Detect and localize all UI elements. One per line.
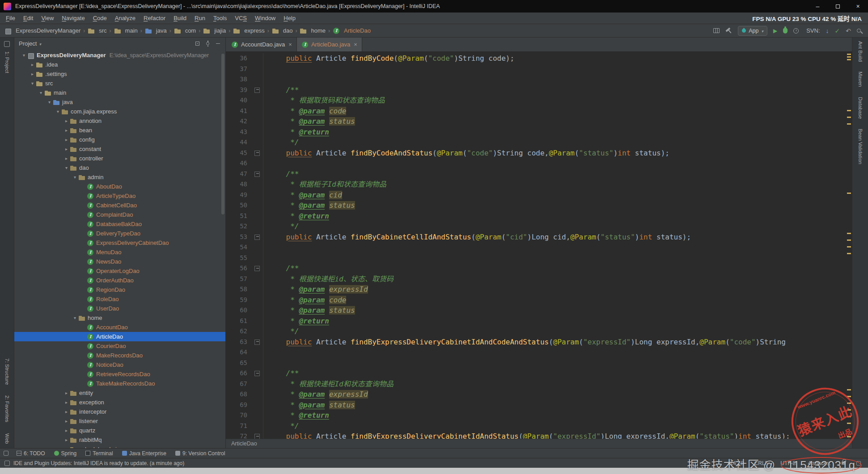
tree-arrow-icon[interactable] bbox=[63, 409, 70, 414]
vcs-revert-button[interactable] bbox=[846, 27, 851, 34]
tree-item-java[interactable]: java bbox=[14, 97, 225, 107]
tree-item-admin[interactable]: admin bbox=[14, 172, 225, 182]
tree-item-accountdao[interactable]: AccountDao bbox=[14, 323, 225, 332]
tree-item-aboutdao[interactable]: AboutDao bbox=[14, 182, 225, 191]
tree-arrow-icon[interactable] bbox=[63, 390, 70, 395]
tree-item-cabinetcelldao[interactable]: CabinetCellDao bbox=[14, 201, 225, 210]
breadcrumb-item-expressdeliverymanager[interactable]: ExpressDeliveryManager bbox=[4, 27, 80, 34]
tree-arrow-icon[interactable] bbox=[29, 71, 36, 76]
menu-run[interactable]: Run bbox=[191, 15, 209, 21]
tree-arrow-icon[interactable] bbox=[29, 81, 36, 86]
tree-item-config[interactable]: config bbox=[14, 135, 225, 144]
tab-articledao-java[interactable]: ArticleDao.java bbox=[297, 38, 362, 51]
debug-button[interactable] bbox=[783, 28, 788, 34]
tree-item-settings[interactable]: .settings bbox=[14, 69, 225, 79]
tree-item-operaterlogdao[interactable]: OperaterLogDao bbox=[14, 266, 225, 276]
chevron-down-icon[interactable] bbox=[39, 40, 41, 47]
status-message[interactable]: IDE and Plugin Updates: IntelliJ IDEA is… bbox=[13, 460, 184, 466]
tree-item-idea[interactable]: .idea bbox=[14, 60, 225, 69]
tree-item-home[interactable]: home bbox=[14, 313, 225, 323]
tree-item-interceptor[interactable]: interceptor bbox=[14, 407, 225, 416]
project-panel-title[interactable]: Project bbox=[19, 40, 37, 47]
tree-item-databasebakdao[interactable]: DatabaseBakDao bbox=[14, 219, 225, 229]
tree-arrow-icon[interactable] bbox=[63, 118, 70, 123]
tree-item-courierdao[interactable]: CourierDao bbox=[14, 341, 225, 351]
tool-stripe-web[interactable]: Web bbox=[4, 433, 10, 444]
breadcrumb-item-java[interactable]: java bbox=[145, 27, 167, 34]
close-icon[interactable] bbox=[288, 41, 292, 48]
tree-item-orderauthdao[interactable]: OrderAuthDao bbox=[14, 276, 225, 285]
statusbar-window-icon[interactable] bbox=[4, 461, 10, 466]
tree-item-com-jiajia-express[interactable]: com.jiajia.express bbox=[14, 107, 225, 116]
tree-arrow-icon[interactable] bbox=[63, 147, 70, 151]
quick-access-icon[interactable] bbox=[4, 451, 8, 456]
tree-arrow-icon[interactable] bbox=[55, 109, 61, 114]
tree-arrow-icon[interactable] bbox=[63, 165, 70, 170]
tree-item-rabbitmq[interactable]: rabbitMq bbox=[14, 435, 225, 445]
tree-item-entity[interactable]: entity bbox=[14, 388, 225, 398]
tree-item-articledao[interactable]: ArticleDao bbox=[14, 332, 225, 341]
tool-tab-6-todo[interactable]: 6: TODO bbox=[12, 449, 50, 458]
tool-window-icon[interactable] bbox=[4, 41, 10, 47]
close-icon[interactable] bbox=[353, 41, 357, 48]
search-everywhere-icon[interactable] bbox=[857, 29, 861, 33]
fold-icon[interactable] bbox=[247, 169, 263, 180]
tree-item-deliverytypedao[interactable]: DeliveryTypeDao bbox=[14, 229, 225, 238]
breadcrumb-item-home[interactable]: home bbox=[300, 27, 326, 34]
menu-view[interactable]: View bbox=[37, 15, 58, 21]
menu-analyze[interactable]: Analyze bbox=[111, 15, 140, 21]
breadcrumb-item-com[interactable]: com bbox=[174, 27, 196, 34]
tree-item-regiondao[interactable]: RegionDao bbox=[14, 285, 225, 294]
fold-icon[interactable] bbox=[247, 232, 263, 243]
tree-item-main[interactable]: main bbox=[14, 88, 225, 97]
tool-stripe-bean-validation[interactable]: Bean Validation bbox=[858, 129, 863, 164]
tree-arrow-icon[interactable] bbox=[63, 137, 70, 142]
menu-vcs[interactable]: VCS bbox=[231, 15, 251, 21]
tree-item-expressdeliverycabinetdao[interactable]: ExpressDeliveryCabinetDao bbox=[14, 238, 225, 247]
minimize-button[interactable]: – bbox=[808, 0, 828, 13]
tree-arrow-icon[interactable] bbox=[29, 62, 36, 67]
tree-arrow-icon[interactable] bbox=[63, 400, 70, 405]
tree-item-noticedao[interactable]: NoticeDao bbox=[14, 360, 225, 369]
tool-stripe-2-favorites[interactable]: 2: Favorites bbox=[4, 395, 10, 422]
tree-arrow-icon[interactable] bbox=[72, 315, 78, 320]
vcs-commit-button[interactable] bbox=[835, 27, 840, 34]
breadcrumb-item-articledao[interactable]: ArticleDao bbox=[333, 27, 371, 34]
tree-item-src[interactable]: src bbox=[14, 79, 225, 88]
tree-item-roledao[interactable]: RoleDao bbox=[14, 294, 225, 304]
tree-item-bean[interactable]: bean bbox=[14, 126, 225, 135]
tree-item-listener[interactable]: listener bbox=[14, 416, 225, 426]
vcs-update-button[interactable] bbox=[826, 27, 829, 34]
tree-item-dao[interactable]: dao bbox=[14, 163, 225, 172]
menu-code[interactable]: Code bbox=[89, 15, 111, 21]
tool-stripe-maven[interactable]: Maven bbox=[858, 71, 863, 87]
tree-item-controller[interactable]: controller bbox=[14, 154, 225, 163]
fold-icon[interactable] bbox=[247, 431, 263, 439]
hide-panel-icon[interactable] bbox=[215, 41, 221, 46]
tree-arrow-icon[interactable] bbox=[38, 90, 44, 95]
tree-arrow-icon[interactable] bbox=[63, 128, 70, 133]
menu-tools[interactable]: Tools bbox=[209, 15, 231, 21]
menu-help[interactable]: Help bbox=[279, 15, 300, 21]
tool-stripe-ant-build[interactable]: Ant Build bbox=[858, 41, 863, 62]
tree-item-exception[interactable]: exception bbox=[14, 398, 225, 407]
build-hammer-icon[interactable] bbox=[724, 26, 733, 35]
editor-code-area[interactable]: 36 public Article findByCode(@Param("cod… bbox=[226, 52, 852, 439]
tool-tab-9-version-control[interactable]: 9: Version Control bbox=[171, 449, 229, 458]
menu-refactor[interactable]: Refactor bbox=[140, 15, 169, 21]
tool-stripe-1-project[interactable]: 1: Project bbox=[4, 51, 10, 73]
profiler-button[interactable] bbox=[793, 28, 799, 34]
fold-icon[interactable] bbox=[247, 85, 263, 96]
fold-icon[interactable] bbox=[247, 337, 263, 348]
tool-tab-java-enterprise[interactable]: Java Enterprise bbox=[118, 449, 171, 458]
tree-item-schedule-admin[interactable]: schedule.admin bbox=[14, 445, 225, 448]
tree-item-userdao[interactable]: UserDao bbox=[14, 304, 225, 313]
breadcrumb-item-express[interactable]: express bbox=[233, 27, 265, 34]
menu-navigate[interactable]: Navigate bbox=[58, 15, 89, 21]
tree-item-makerecordsdao[interactable]: MakeRecordsDao bbox=[14, 351, 225, 360]
tree-item-quartz[interactable]: quartz bbox=[14, 426, 225, 435]
run-button[interactable] bbox=[773, 27, 777, 34]
tree-arrow-icon[interactable] bbox=[63, 156, 70, 161]
editor-breadcrumb[interactable]: ArticleDao bbox=[226, 439, 852, 448]
gear-icon[interactable] bbox=[205, 41, 211, 46]
